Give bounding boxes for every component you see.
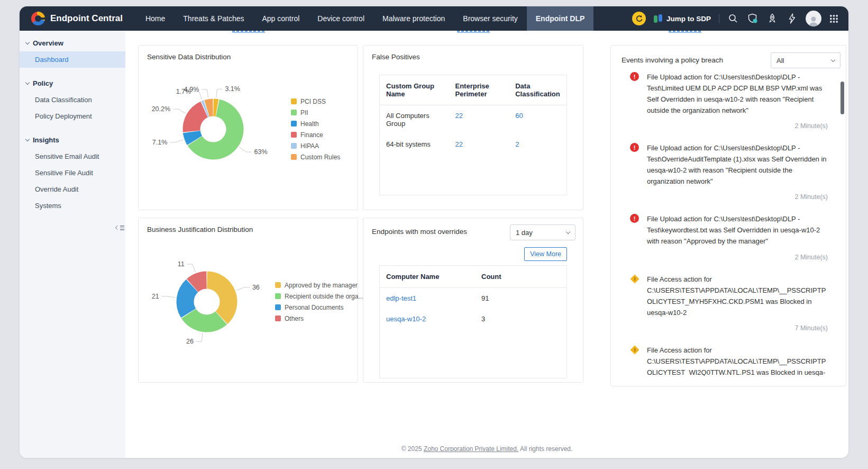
event-item[interactable]: !File Upload action for C:\Users\test\De… [611, 142, 846, 201]
event-text: File Upload action for C:\Users\test\Des… [647, 71, 828, 116]
table-cell: edlp-test1 [380, 288, 475, 309]
endpoint-central-logo-icon [31, 12, 45, 25]
bolt-icon[interactable] [786, 13, 798, 24]
events-list: !File Upload action for C:\Users\test\De… [611, 71, 846, 376]
period-select[interactable]: 1 day [510, 224, 575, 240]
nav-tab-app-control[interactable]: App control [253, 6, 308, 31]
table-cell-link[interactable]: 60 [515, 112, 523, 120]
brand-name: Endpoint Central [50, 13, 123, 24]
table-cell-link[interactable]: 2 [515, 140, 519, 148]
table-cell-link[interactable]: 22 [455, 140, 462, 148]
nav-tab-threats-patches[interactable]: Threats & Patches [174, 6, 253, 31]
nav-right-actions: Jump to SDP [632, 6, 848, 31]
nav-tab-endpoint-dlp[interactable]: Endpoint DLP [527, 6, 594, 31]
legend-item-pii[interactable]: PII [291, 109, 340, 116]
user-avatar[interactable] [806, 11, 821, 26]
apps-grid-icon[interactable] [829, 14, 838, 23]
panel-false-positives: False Positives Custom Group NameEnterpr… [363, 45, 583, 210]
copyright-suffix: All rights reserved. [518, 445, 572, 453]
legend-item-hipaa[interactable]: HIPAA [291, 142, 340, 150]
jump-to-sdp[interactable]: Jump to SDP [654, 14, 711, 23]
table-cell: uesqa-w10-2 [380, 309, 475, 329]
chevron-down-icon [25, 40, 30, 44]
legend-item-finance[interactable]: Finance [291, 131, 340, 139]
clipped-link[interactable] [232, 31, 265, 33]
business-justification-donut-chart[interactable]: 36262111 [141, 236, 273, 368]
sidebar-collapse-handle[interactable] [116, 226, 124, 230]
events-scrollbar[interactable] [840, 82, 844, 114]
sidebar-item-systems[interactable]: Systems [20, 197, 125, 214]
view-more-button[interactable]: View More [524, 247, 567, 261]
sidebar-item-override-audit[interactable]: Override Audit [20, 181, 125, 197]
legend-label: Approved by the manager [285, 282, 358, 289]
legend-swatch [291, 98, 297, 104]
table-cell: 60 [509, 105, 567, 134]
sidebar-item-data-classification[interactable]: Data Classification [20, 92, 125, 108]
table-row: edlp-test191 [380, 288, 567, 309]
events-filter-select[interactable]: All [771, 52, 840, 68]
table-header-row: Custom Group NameEnterprise PerimeterDat… [380, 75, 567, 105]
legend-swatch [291, 143, 297, 149]
legend-item-personal-documents[interactable]: Personal Documents [275, 304, 363, 311]
sidebar-section-header-policy[interactable]: Policy [20, 75, 125, 92]
error-icon: ! [630, 143, 639, 152]
nav-tab-malware-protection[interactable]: Malware protection [373, 6, 454, 31]
event-time: 2 Minute(s) [647, 122, 828, 130]
event-text: File Access action for C:\USERS\TEST\APP… [647, 345, 828, 376]
legend-item-pci-dss[interactable]: PCI DSS [291, 98, 340, 105]
nav-tab-browser-security[interactable]: Browser security [454, 6, 526, 31]
sync-icon[interactable] [632, 12, 646, 25]
table-cell: All Computers Group [380, 105, 449, 134]
menu-lines-icon [120, 226, 124, 230]
sidebar-item-dashboard[interactable]: Dashboard [20, 51, 125, 68]
clipped-link[interactable] [669, 31, 701, 33]
legend-item-health[interactable]: Health [291, 120, 340, 128]
brand: Endpoint Central [20, 6, 136, 31]
svg-text:20.2%: 20.2% [152, 105, 170, 113]
search-icon[interactable] [727, 13, 739, 24]
warning-icon: ! [631, 345, 639, 354]
event-text: File Upload action for C:\Users\test\Des… [647, 213, 828, 247]
sidebar-section-label: Insights [33, 136, 59, 144]
nav-menu: HomeThreats & PatchesApp controlDevice c… [136, 6, 593, 31]
zoho-corporation-link[interactable]: Zoho Corporation Private Limited. [424, 445, 518, 453]
legend-label: Others [285, 315, 304, 322]
sensitive-data-donut-chart[interactable]: 3.1%63%7.1%20.2%1.7%4.9% [147, 63, 279, 195]
column-header: Enterprise Perimeter [449, 75, 509, 105]
table-cell: 22 [449, 105, 509, 134]
shield-icon[interactable] [747, 13, 759, 24]
event-item[interactable]: !File Access action for C:\USERS\TEST\AP… [611, 345, 846, 376]
table-cell: 91 [475, 288, 538, 309]
panel-business-justification-distribution: Business Justification Distribution 3626… [138, 218, 358, 383]
event-item[interactable]: !File Upload action for C:\Users\test\De… [611, 213, 846, 260]
sidebar-section-insights: InsightsSensitive Email AuditSensitive F… [20, 132, 125, 214]
legend-item-recipient-outside-the-orga[interactable]: Recipient outside the orga... [275, 293, 363, 300]
nav-tab-device-control[interactable]: Device control [308, 6, 373, 31]
table-row: 64-bit systems222 [380, 134, 567, 155]
legend-item-custom-rules[interactable]: Custom Rules [291, 154, 340, 161]
clipped-link[interactable] [457, 31, 490, 33]
panel-policy-breach-events: Events involving a policy breach All !Fi… [610, 45, 846, 386]
sidebar-item-policy-deployment[interactable]: Policy Deployment [20, 108, 125, 124]
table-row: All Computers Group2260 [380, 105, 567, 134]
sdp-icon [654, 14, 663, 23]
legend-item-others[interactable]: Others [275, 315, 363, 322]
chevron-down-icon [25, 80, 30, 85]
panel-sensitive-data-distribution: Sensitive Data Distribution 3.1%63%7.1%2… [138, 45, 358, 210]
table-cell-link[interactable]: 22 [455, 112, 462, 120]
sidebar-section-overview: OverviewDashboard [20, 35, 125, 68]
sidebar-item-sensitive-email-audit[interactable]: Sensitive Email Audit [20, 148, 125, 165]
event-item[interactable]: !File Upload action for C:\Users\test\De… [611, 71, 846, 130]
event-item[interactable]: !File Access action for C:\USERS\TEST\AP… [611, 274, 846, 332]
rocket-icon[interactable] [766, 13, 778, 24]
sidebar-section-header-overview[interactable]: Overview [20, 35, 125, 51]
sidebar-section-header-insights[interactable]: Insights [20, 132, 125, 148]
warning-icon: ! [631, 274, 639, 283]
table-cell-link[interactable]: uesqa-w10-2 [386, 315, 426, 323]
legend-item-approved-by-the-manager[interactable]: Approved by the manager [275, 282, 363, 289]
table-cell-link[interactable]: edlp-test1 [386, 294, 416, 302]
legend-swatch [291, 132, 297, 138]
nav-tab-home[interactable]: Home [136, 6, 174, 31]
sidebar-item-sensitive-file-audit[interactable]: Sensitive File Audit [20, 165, 125, 181]
legend-swatch [275, 282, 281, 288]
